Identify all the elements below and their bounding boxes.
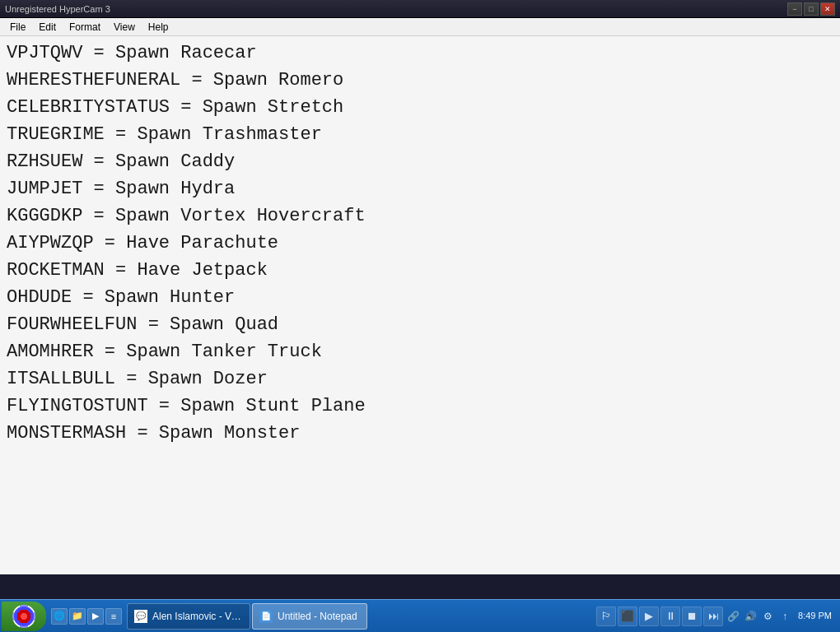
other-window-icon: 💬 (134, 610, 147, 623)
notepad-icon: 📄 (259, 610, 273, 623)
menu-file[interactable]: File (3, 20, 32, 35)
taskbar-other-window[interactable]: 💬 Alen Islamovic - Vitez - ... (127, 603, 250, 630)
menu-format[interactable]: Format (63, 20, 107, 35)
tray-network-icon[interactable]: 🔗 (726, 609, 740, 624)
tray-icon-5[interactable]: ⏹ (682, 606, 702, 626)
tray-speaker-icon[interactable]: 🔊 (743, 609, 758, 624)
menu-view[interactable]: View (107, 20, 142, 35)
taskbar-notepad-window[interactable]: 📄 Untitled - Notepad (252, 603, 367, 630)
system-clock[interactable]: 8:49 PM (795, 610, 835, 621)
taskbar-icon-1[interactable]: 🌐 (51, 608, 68, 625)
tray-icon-2[interactable]: ⬛ (618, 606, 637, 626)
close-button[interactable]: ✕ (820, 2, 835, 16)
system-tray: 🏳 ⬛ ▶ ⏸ ⏹ ⏭ 🔗 🔊 ⚙ ↑ 8:49 PM (596, 606, 838, 626)
tray-flag-icon[interactable]: 🏳 (596, 606, 616, 626)
notepad-content[interactable]: VPJTQWV = Spawn Racecar WHERESTHEFUNERAL… (0, 36, 840, 574)
tray-icon-3[interactable]: ▶ (639, 606, 659, 626)
notepad-text: VPJTQWV = Spawn Racecar WHERESTHEFUNERAL… (7, 40, 833, 447)
taskbar-icon-2[interactable]: 📁 (69, 608, 86, 625)
start-button[interactable] (2, 602, 46, 631)
taskbar: 🌐 📁 ▶ ≡ 💬 Alen Islamovic - Vitez - ... 📄… (0, 599, 840, 632)
minimize-button[interactable]: − (787, 2, 802, 16)
title-bar-controls: − □ ✕ (787, 2, 835, 16)
title-bar-text: Unregistered HyperCam 3 (5, 4, 110, 14)
menu-bar: File Edit Format View Help (0, 18, 840, 36)
menu-help[interactable]: Help (142, 20, 175, 35)
other-window-label: Alen Islamovic - Vitez - ... (152, 611, 243, 622)
windows-logo (12, 605, 35, 628)
notepad-window-label: Untitled - Notepad (278, 611, 357, 622)
title-bar: Unregistered HyperCam 3 − □ ✕ (0, 0, 840, 18)
tray-icon-extra1[interactable]: ⚙ (760, 609, 775, 624)
taskbar-quick-launch: 🌐 📁 ▶ ≡ (51, 608, 122, 625)
menu-edit[interactable]: Edit (32, 20, 63, 35)
tray-icon-extra2[interactable]: ↑ (777, 609, 792, 624)
tray-icon-4[interactable]: ⏸ (660, 606, 680, 626)
taskbar-icon-4[interactable]: ≡ (105, 608, 122, 625)
tray-icon-6[interactable]: ⏭ (703, 606, 723, 626)
tray-icons: 🏳 ⬛ ▶ ⏸ ⏹ ⏭ (596, 606, 723, 626)
taskbar-icon-3[interactable]: ▶ (87, 608, 104, 625)
restore-button[interactable]: □ (804, 2, 819, 16)
